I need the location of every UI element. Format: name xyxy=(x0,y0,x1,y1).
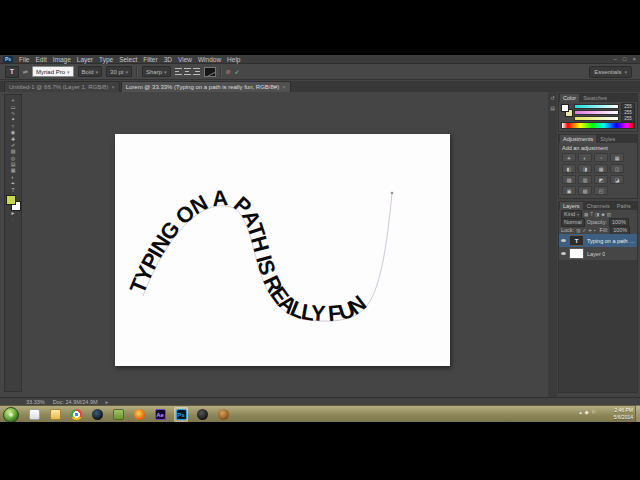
font-family-field[interactable]: Myriad Pro ▾ xyxy=(32,66,74,77)
menu-item[interactable]: File xyxy=(19,55,29,64)
window-control-button[interactable]: – xyxy=(614,55,617,64)
tray-icon[interactable]: ⚐ xyxy=(592,409,596,415)
taskbar-green-app-icon[interactable] xyxy=(111,407,125,422)
tab-paths[interactable]: Paths xyxy=(614,202,634,210)
visibility-eye-icon[interactable] xyxy=(561,239,566,242)
anti-alias-field[interactable]: Sharp ▾ xyxy=(142,66,171,77)
taskbar-after-effects-icon[interactable]: Ae xyxy=(153,407,167,422)
adjustment-icon[interactable]: ◐ xyxy=(578,153,592,162)
adjustment-icon[interactable]: ◫ xyxy=(610,164,624,173)
align-right-icon[interactable] xyxy=(193,67,200,76)
layer-row-background[interactable]: Layer 0 xyxy=(559,247,637,260)
slider-track[interactable] xyxy=(574,104,619,109)
slider-track[interactable] xyxy=(574,110,619,115)
adjustment-icon[interactable]: ▧ xyxy=(562,175,576,184)
tab-channels[interactable]: Channels xyxy=(584,202,613,210)
zoom-level[interactable]: 33.33% xyxy=(26,399,45,405)
menu-item[interactable]: Help xyxy=(227,55,240,64)
document-canvas[interactable]: TYPING ON A PATH IS REALLY FUN xyxy=(115,134,450,366)
workspace-switcher[interactable]: Essentials ▾ xyxy=(589,66,632,78)
layer-filter-icon[interactable]: ▦ xyxy=(584,212,588,217)
taskbar-bronze-app-icon[interactable] xyxy=(216,407,230,422)
font-style-field[interactable]: Bold ▾ xyxy=(78,66,103,77)
taskbar-document-icon[interactable] xyxy=(27,407,41,422)
slider-track[interactable] xyxy=(574,116,619,121)
close-icon[interactable]: × xyxy=(111,84,115,90)
adjustment-icon[interactable]: ☀ xyxy=(562,153,576,162)
tray-icon[interactable]: ◆ xyxy=(585,409,589,415)
window-control-button[interactable]: × xyxy=(632,55,636,64)
window-control-button[interactable]: □ xyxy=(623,55,627,64)
text-color-swatch[interactable] xyxy=(204,67,216,77)
lock-icon[interactable]: ▪ xyxy=(594,228,596,233)
status-arrow-icon[interactable]: ▸ xyxy=(106,399,109,405)
history-panel-icon[interactable]: ↺ xyxy=(550,95,554,101)
menu-item[interactable]: 3D xyxy=(164,55,172,64)
layer-filter-icon[interactable]: ▧ xyxy=(607,212,611,217)
adjustment-icon[interactable]: ▦ xyxy=(610,153,624,162)
adjustment-icon[interactable]: ▩ xyxy=(594,164,608,173)
layer-thumbnail[interactable] xyxy=(569,248,584,259)
lock-icon[interactable]: ✛ xyxy=(588,228,592,233)
taskbar-firefox-icon[interactable] xyxy=(132,407,146,422)
taskbar-steam-icon[interactable] xyxy=(90,407,104,422)
adjustment-icon[interactable]: ◩ xyxy=(594,175,608,184)
align-left-icon[interactable] xyxy=(175,67,182,76)
tray-icon[interactable]: ▴ xyxy=(579,409,582,415)
menu-item[interactable]: Edit xyxy=(35,55,46,64)
foreground-color-swatch[interactable] xyxy=(6,195,16,205)
adjustment-icon[interactable]: ▥ xyxy=(578,175,592,184)
layer-filter-icon[interactable]: ◆ xyxy=(601,212,604,217)
font-size-field[interactable]: 30 pt ▾ xyxy=(106,66,132,77)
adjustment-icon[interactable]: ◧ xyxy=(562,164,576,173)
commit-edit-icon[interactable]: ✓ xyxy=(235,68,240,75)
document-tab-active[interactable]: Lorem @ 33.33% (Typing on a path is real… xyxy=(121,81,291,92)
layer-filter-icon[interactable]: ◨ xyxy=(595,212,599,217)
path-anchor-point[interactable] xyxy=(391,192,394,195)
menu-item[interactable]: View xyxy=(178,55,192,64)
menu-item[interactable]: Image xyxy=(53,55,71,64)
properties-panel-icon[interactable]: ▤ xyxy=(550,105,555,111)
menu-item[interactable]: Filter xyxy=(143,55,157,64)
lock-icon[interactable]: ▨ xyxy=(576,228,580,233)
type-tool[interactable]: T xyxy=(6,186,20,192)
show-desktop-button[interactable] xyxy=(635,405,640,422)
taskbar-chrome-icon[interactable] xyxy=(69,407,83,422)
adjustment-icon[interactable]: ▣ xyxy=(562,186,576,195)
tab-layers[interactable]: Layers xyxy=(560,202,583,210)
panel-color-swatches[interactable] xyxy=(561,104,572,118)
layer-row-type-layer[interactable]: T Typing on a path is really f... xyxy=(559,234,637,247)
tab-styles[interactable]: Styles xyxy=(597,135,618,143)
tool-preset-picker[interactable]: T xyxy=(5,66,19,78)
taskbar-dark-app-icon[interactable] xyxy=(195,407,209,422)
align-center-icon[interactable] xyxy=(184,67,191,76)
taskbar-clock[interactable]: 2:46 PM 5/6/2014 xyxy=(614,407,633,420)
tab-adjustments[interactable]: Adjustments xyxy=(560,135,596,143)
adjustment-icon[interactable]: ◪ xyxy=(610,175,624,184)
lock-icon[interactable]: ✐ xyxy=(582,228,586,233)
document-tab-untitled[interactable]: Untitled-1 @ 66.7% (Layer 1, RGB/8) × xyxy=(4,81,120,92)
menu-item[interactable]: Window xyxy=(198,55,221,64)
zoom-tool[interactable]: ◌ xyxy=(6,216,20,222)
foreground-swatch[interactable] xyxy=(561,104,569,112)
cancel-edit-icon[interactable]: ⊘ xyxy=(226,68,231,75)
slider-value[interactable]: 255 xyxy=(621,115,635,122)
visibility-eye-icon[interactable] xyxy=(561,252,566,255)
adjustment-icon[interactable]: ◰ xyxy=(594,186,608,195)
menu-item[interactable]: Select xyxy=(119,55,137,64)
adjustment-icon[interactable]: ▨ xyxy=(578,186,592,195)
menu-item[interactable]: Type xyxy=(99,55,113,64)
start-button[interactable]: ❖ xyxy=(3,407,19,423)
type-layer-thumbnail[interactable]: T xyxy=(569,235,584,246)
adjustment-icon[interactable]: ◔ xyxy=(594,153,608,162)
color-spectrum-ramp[interactable] xyxy=(561,122,635,129)
taskbar-photoshop-icon[interactable]: Ps xyxy=(174,407,188,422)
close-icon[interactable]: × xyxy=(282,84,286,90)
taskbar-folder-icon[interactable] xyxy=(48,407,62,422)
tab-color[interactable]: Color xyxy=(560,94,579,102)
menu-item[interactable]: Layer xyxy=(77,55,93,64)
adjustment-icon[interactable]: ◨ xyxy=(578,164,592,173)
text-orientation-icon[interactable]: ⇄ xyxy=(23,68,28,75)
layer-filter-icon[interactable]: T xyxy=(590,212,593,217)
tab-swatches[interactable]: Swatches xyxy=(580,94,610,102)
